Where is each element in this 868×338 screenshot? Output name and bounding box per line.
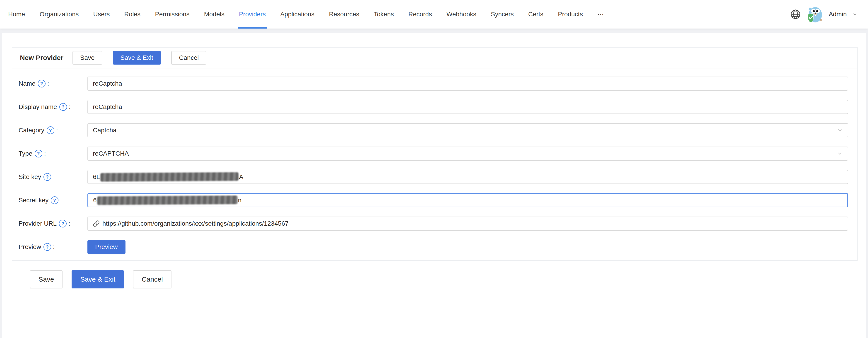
category-select[interactable]: Captcha [87,123,848,137]
form-row-category: Category ? : Captcha [19,123,848,137]
form-row-provider-url: Provider URL ? : https:// [19,217,848,231]
colon: : [53,243,55,251]
avatar[interactable] [806,6,824,23]
secret-key-suffix: n [238,197,242,204]
nav-item-providers[interactable]: Providers [232,0,273,29]
cancel-button-top[interactable]: Cancel [171,51,206,65]
colon: : [44,150,46,157]
nav-item-products[interactable]: Products [551,0,590,29]
site-key-input[interactable]: 6L A [87,170,848,184]
type-select-value: reCAPTCHA [93,150,129,157]
site-key-label: Site key ? [19,173,87,181]
nav-item-applications[interactable]: Applications [273,0,322,29]
help-icon[interactable]: ? [43,173,51,181]
nav-item-organizations[interactable]: Organizations [32,0,86,29]
nav-menu: Home Organizations Users Roles Permissio… [0,0,611,29]
form-row-name: Name ? : [19,76,848,91]
colon: : [68,220,70,227]
site-key-prefix: 6L [93,173,100,181]
nav-item-roles[interactable]: Roles [117,0,148,29]
nav-item-permissions[interactable]: Permissions [148,0,196,29]
nav-overflow-ellipsis[interactable]: ··· [590,0,611,29]
redaction-scribble [100,172,239,182]
display-name-input[interactable] [87,100,848,114]
chevron-down-icon [852,11,858,17]
type-label: Type ? : [19,150,87,157]
preview-label: Preview ? : [19,243,87,251]
secret-key-label: Secret key ? [19,196,87,204]
nav-item-tokens[interactable]: Tokens [367,0,401,29]
category-select-value: Captcha [93,127,117,134]
colon: : [56,127,58,134]
preview-label-text: Preview [19,243,41,251]
top-nav: Home Organizations Users Roles Permissio… [0,0,868,29]
form-row-secret-key: Secret key ? 6 n [19,193,848,207]
form-row-display-name: Display name ? : [19,100,848,114]
nav-right-section: Admin [790,6,868,23]
save-button-top[interactable]: Save [72,51,102,65]
provider-card: New Provider Save Save & Exit Cancel Nam… [12,47,858,261]
language-globe-icon[interactable] [790,9,801,20]
help-icon[interactable]: ? [46,126,54,134]
page-background: New Provider Save Save & Exit Cancel Nam… [0,29,868,338]
type-label-text: Type [19,150,32,157]
save-exit-button-bottom[interactable]: Save & Exit [71,270,124,288]
nav-item-users[interactable]: Users [86,0,117,29]
save-button-bottom[interactable]: Save [30,270,63,288]
nav-item-models[interactable]: Models [197,0,232,29]
form-row-site-key: Site key ? 6L A [19,170,848,184]
secret-key-input[interactable]: 6 n [87,193,848,207]
provider-form: Name ? : Display name ? : [12,68,857,260]
nav-item-resources[interactable]: Resources [322,0,367,29]
display-name-label-text: Display name [19,103,57,111]
provider-url-input[interactable]: https://github.com/organizations/xxx/set… [87,217,848,231]
footer-actions: Save Save & Exit Cancel [30,270,866,288]
nav-item-records[interactable]: Records [401,0,439,29]
form-row-preview: Preview ? : Preview [19,240,848,254]
nav-item-certs[interactable]: Certs [521,0,551,29]
help-icon[interactable]: ? [59,103,67,111]
colon: : [47,80,49,87]
provider-url-label: Provider URL ? : [19,220,87,227]
name-label: Name ? : [19,80,87,87]
nav-item-syncers[interactable]: Syncers [484,0,521,29]
help-icon[interactable]: ? [51,196,58,204]
save-exit-button-top[interactable]: Save & Exit [113,51,161,65]
help-icon[interactable]: ? [35,150,42,157]
nav-item-webhooks[interactable]: Webhooks [439,0,484,29]
help-icon[interactable]: ? [59,220,67,227]
chevron-down-icon [837,127,843,133]
secret-key-prefix: 6 [93,197,97,204]
provider-url-label-text: Provider URL [19,220,57,227]
category-label: Category ? : [19,126,87,134]
help-icon[interactable]: ? [38,80,45,87]
chevron-down-icon [837,150,843,157]
form-row-type: Type ? : reCAPTCHA [19,147,848,161]
card-header: New Provider Save Save & Exit Cancel [12,48,857,68]
site-key-label-text: Site key [19,173,41,181]
link-icon [93,220,100,227]
preview-button[interactable]: Preview [87,240,125,254]
cancel-button-bottom[interactable]: Cancel [133,270,171,288]
help-icon[interactable]: ? [43,243,51,251]
category-label-text: Category [19,127,44,134]
site-key-suffix: A [239,173,243,181]
display-name-label: Display name ? : [19,103,87,111]
type-select[interactable]: reCAPTCHA [87,147,848,161]
redaction-scribble [97,195,238,205]
content-panel: New Provider Save Save & Exit Cancel Nam… [2,33,866,338]
page-title: New Provider [20,54,63,62]
secret-key-label-text: Secret key [19,197,49,204]
user-menu[interactable]: Admin [829,11,847,18]
colon: : [69,103,71,111]
name-input[interactable] [87,76,848,91]
nav-item-home[interactable]: Home [1,0,32,29]
provider-url-value: https://github.com/organizations/xxx/set… [102,220,288,227]
name-label-text: Name [19,80,36,87]
